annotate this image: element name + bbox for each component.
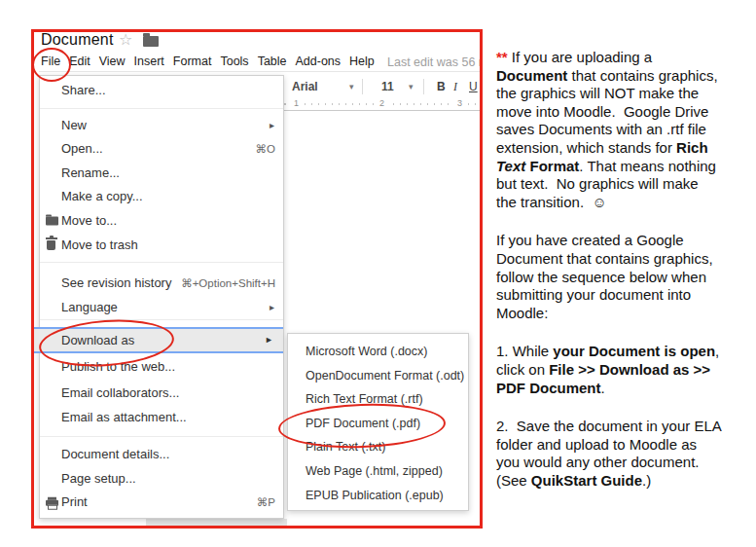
submenu-item-epub-publication-epub[interactable]: EPUB Publication (.epub): [288, 484, 468, 508]
menu-item-print[interactable]: Print⌘P: [40, 491, 283, 515]
menu-item-make-a-copy[interactable]: Make a copy...: [40, 185, 283, 209]
instructions-text: ** If you are uploading a Document that …: [496, 49, 756, 510]
menu-item-label: Email as attachment...: [61, 410, 187, 424]
submenu-item-opendocument-format-odt[interactable]: OpenDocument Format (.odt): [288, 364, 468, 388]
canvas-background: [146, 519, 287, 528]
chevron-down-icon[interactable]: ▾: [409, 74, 414, 99]
menubar-divider: [39, 71, 480, 72]
submenu-item-microsoft-word-docx[interactable]: Microsoft Word (.docx): [288, 340, 468, 364]
menu-item-label: Document details...: [61, 447, 169, 461]
instruction-paragraph: 2. Save the document in your ELA folder …: [496, 418, 756, 490]
last-edit-status[interactable]: Last edit was 56 m: [387, 55, 480, 69]
menu-separator: [40, 436, 283, 437]
screenshot-root: Document ☆ FileEditViewInsertFormatTools…: [0, 0, 756, 547]
menubar-item-table[interactable]: Table: [258, 55, 287, 68]
instruction-paragraph: 1. While your Document is open, click on…: [496, 343, 756, 397]
menu-item-label: Print: [61, 494, 88, 509]
font-family-select[interactable]: Arial: [292, 74, 318, 99]
menubar-item-insert[interactable]: Insert: [134, 55, 164, 68]
menu-shortcut: ⌘+Option+Shift+H: [181, 272, 275, 296]
instruction-paragraph: ** If you are uploading a Document that …: [496, 49, 756, 211]
download-as-submenu: Microsoft Word (.docx)OpenDocument Forma…: [287, 333, 469, 511]
submenu-item-plain-text-txt[interactable]: Plain Text (.txt): [288, 435, 468, 459]
file-menu: Share...New▸Open...⌘ORename...Make a cop…: [39, 75, 284, 519]
menu-item-publish-to-the-web[interactable]: Publish to the web...: [40, 355, 283, 380]
italic-button[interactable]: I: [453, 74, 457, 99]
submenu-item-rich-text-format-rtf[interactable]: Rich Text Format (.rtf): [288, 387, 468, 412]
menu-item-share[interactable]: Share...: [40, 79, 283, 103]
menu-item-label: Download as: [61, 333, 134, 347]
toolbar-divider: [423, 79, 424, 94]
menu-item-label: Language: [61, 300, 118, 314]
menu-item-label: Share...: [61, 83, 106, 97]
menubar-item-help[interactable]: Help: [349, 55, 375, 68]
ruler-number: 2: [377, 98, 387, 108]
instruction-paragraph: If you have created a Google Document th…: [496, 232, 756, 322]
ruler[interactable]: 123: [284, 97, 480, 111]
toolbar-divider: [362, 79, 363, 94]
star-icon[interactable]: ☆: [119, 30, 132, 49]
submenu-arrow-icon: ▸: [270, 296, 274, 320]
menu-item-label: Rename...: [61, 165, 120, 180]
menubar-item-tools[interactable]: Tools: [220, 55, 248, 68]
toolbar: Arial ▾ 11 ▾ B I U: [284, 74, 480, 99]
menu-item-page-setup[interactable]: Page setup...: [40, 467, 283, 492]
menu-separator: [40, 108, 283, 109]
bold-button[interactable]: B: [437, 74, 446, 99]
menu-shortcut: ⌘P: [257, 491, 275, 515]
menu-item-label: Move to...: [61, 213, 117, 228]
menu-item-label: Email collaborators...: [61, 385, 179, 400]
trash-icon: [47, 240, 55, 250]
submenu-arrow-icon: ▸: [270, 114, 274, 138]
ruler-number: 1: [291, 98, 302, 108]
menu-item-download-as[interactable]: Download as►: [33, 327, 283, 353]
menubar-item-format[interactable]: Format: [173, 55, 212, 68]
menubar-item-file[interactable]: File: [41, 55, 60, 68]
menu-shortcut: ⌘O: [256, 137, 275, 162]
menu-item-label: New: [61, 118, 87, 132]
menu-separator: [40, 262, 283, 263]
menubar-item-add-ons[interactable]: Add-ons: [296, 55, 342, 68]
menu-item-label: Publish to the web...: [61, 359, 175, 374]
menu-item-open[interactable]: Open...⌘O: [40, 137, 283, 162]
menu-item-email-as-attachment[interactable]: Email as attachment...: [40, 406, 283, 430]
menu-item-label: Page setup...: [61, 471, 136, 486]
submenu-item-web-page-html-zipped[interactable]: Web Page (.html, zipped): [288, 459, 468, 484]
menu-item-language[interactable]: Language▸: [40, 296, 283, 320]
menu-item-label: Move to trash: [61, 237, 138, 252]
menu-item-email-collaborators[interactable]: Email collaborators...: [40, 382, 283, 406]
folder-icon[interactable]: [143, 36, 159, 47]
menu-item-label: See revision history: [61, 275, 171, 290]
font-size-select[interactable]: 11: [381, 74, 394, 99]
folder-icon: [46, 217, 58, 226]
menubar: FileEditViewInsertFormatToolsTableAdd-on…: [41, 55, 375, 68]
menu-item-document-details[interactable]: Document details...: [40, 443, 283, 467]
printer-icon: [46, 500, 58, 507]
menubar-item-view[interactable]: View: [99, 55, 126, 68]
submenu-arrow-icon: ►: [265, 329, 273, 351]
ruler-number: 3: [454, 98, 465, 108]
chevron-down-icon[interactable]: ▾: [349, 74, 354, 99]
menu-item-move-to-trash[interactable]: Move to trash: [40, 234, 283, 258]
submenu-item-pdf-document-pdf[interactable]: PDF Document (.pdf): [288, 412, 468, 436]
menubar-item-edit[interactable]: Edit: [69, 55, 90, 68]
underline-button[interactable]: U: [469, 74, 478, 99]
menu-item-label: Make a copy...: [61, 189, 143, 203]
menu-item-see-revision-history[interactable]: See revision history⌘+Option+Shift+H: [40, 272, 283, 296]
menu-item-rename[interactable]: Rename...: [40, 162, 283, 186]
menu-item-move-to[interactable]: Move to...: [40, 209, 283, 234]
document-title[interactable]: Document: [41, 31, 114, 49]
menu-item-label: Open...: [61, 141, 103, 156]
menu-item-new[interactable]: New▸: [40, 114, 283, 138]
